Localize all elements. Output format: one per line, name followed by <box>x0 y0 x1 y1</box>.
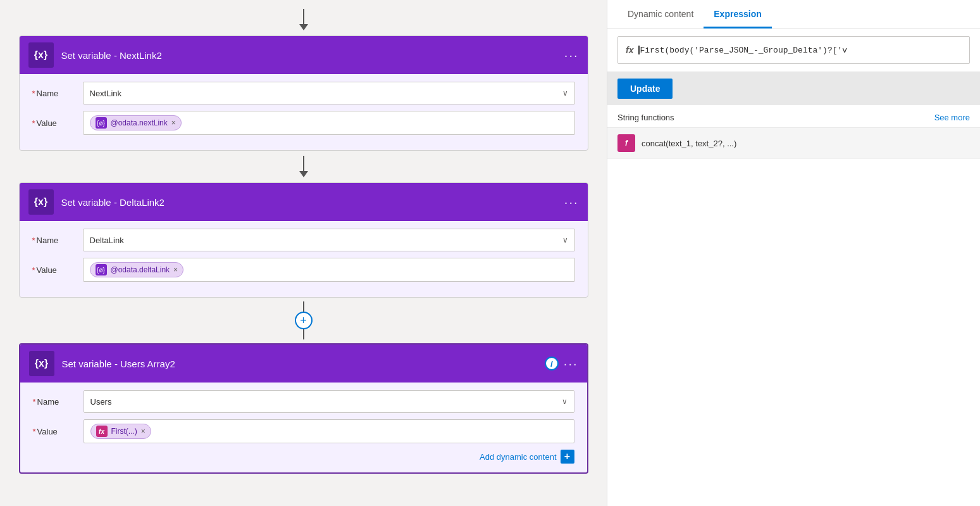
arrow-connector-1-2 <box>299 156 308 177</box>
card-body-usersarray2: *Name Users ∨ *Value fx First(...) × <box>20 383 587 472</box>
token-text-usersarray2: First(...) <box>111 427 137 436</box>
arrow-line <box>303 9 304 24</box>
card-actions-deltalink2: ··· <box>564 195 579 210</box>
variable-icon-deltalink2: {x} <box>28 189 54 215</box>
function-concat[interactable]: f concat(text_1, text_2?, ...) <box>607 128 980 159</box>
token-deltalink2: {ø} @odata.deltaLink × <box>90 262 184 277</box>
dropdown-arrow-deltalink2: ∨ <box>562 236 568 244</box>
canvas-area: {x} Set variable - NextLink2 ··· *Name N… <box>0 0 607 506</box>
right-panel: Dynamic content Expression fx First(body… <box>607 0 980 506</box>
tab-expression[interactable]: Expression <box>704 0 771 28</box>
card-nextlink2: {x} Set variable - NextLink2 ··· *Name N… <box>19 35 588 151</box>
dropdown-arrow-nextlink2: ∨ <box>562 89 568 98</box>
string-functions-section: String functions See more <box>607 105 980 128</box>
name-value-deltalink2: DeltaLink <box>90 236 124 245</box>
value-input-nextlink2[interactable]: {ø} @odata.nextLink × <box>83 111 575 135</box>
more-options-deltalink2[interactable]: ··· <box>564 195 579 210</box>
fx-icon-usersarray2: fx <box>96 426 108 437</box>
arrow-line-1 <box>303 156 304 171</box>
see-more-link[interactable]: See more <box>934 113 970 122</box>
token-close-nextlink2[interactable]: × <box>171 118 176 127</box>
token-text-nextlink2: @odata.nextLink <box>111 118 168 127</box>
required-star: * <box>32 118 35 128</box>
token-usersarray2: fx First(...) × <box>90 424 151 439</box>
card-header-nextlink2: {x} Set variable - NextLink2 ··· <box>20 36 588 74</box>
variable-icon-nextlink2: {x} <box>28 42 54 68</box>
token-nextlink2: {ø} @odata.nextLink × <box>90 115 182 130</box>
panel-tabs: Dynamic content Expression <box>607 0 980 28</box>
value-label-usersarray2: *Value <box>33 427 84 436</box>
card-deltalink2: {x} Set variable - DeltaLink2 ··· *Name … <box>19 182 588 298</box>
name-label-nextlink2: *Name <box>32 89 83 98</box>
token-close-usersarray2[interactable]: × <box>141 427 146 436</box>
add-dynamic-row: Add dynamic content + <box>33 450 574 464</box>
fx-label: fx <box>626 45 633 55</box>
value-label-nextlink2: *Value <box>32 118 83 128</box>
add-dynamic-plus-button[interactable]: + <box>561 450 574 464</box>
card-title-deltalink2: Set variable - DeltaLink2 <box>61 197 564 208</box>
top-arrow-connector <box>299 9 308 30</box>
required-star: * <box>32 265 35 275</box>
expression-input-row[interactable]: fx First(body('Parse_JSON_-_Group_Delta'… <box>617 36 970 64</box>
add-step-line-bottom <box>303 329 304 339</box>
more-options-usersarray2[interactable]: ··· <box>564 357 578 371</box>
value-field-row-deltalink2: *Value {ø} @odata.deltaLink × <box>32 258 575 282</box>
value-input-deltalink2[interactable]: {ø} @odata.deltaLink × <box>83 258 575 282</box>
name-value-nextlink2: NextLink <box>90 89 122 98</box>
string-functions-label: String functions <box>617 113 674 122</box>
token-icon-deltalink2: {ø} <box>96 264 107 275</box>
expression-text: First(body('Parse_JSON_-_Group_Delta')?[… <box>638 46 962 55</box>
update-button[interactable]: Update <box>617 79 673 99</box>
token-text-deltalink2: @odata.deltaLink <box>111 265 170 274</box>
required-star: * <box>33 427 36 436</box>
name-field-row-deltalink2: *Name DeltaLink ∨ <box>32 229 575 251</box>
name-value-usersarray2: Users <box>90 397 112 407</box>
add-dynamic-link[interactable]: Add dynamic content <box>480 452 556 462</box>
required-star: * <box>32 89 35 98</box>
name-label-deltalink2: *Name <box>32 236 83 245</box>
name-dropdown-deltalink2[interactable]: DeltaLink ∨ <box>83 229 575 251</box>
expression-value: First(body('Parse_JSON_-_Group_Delta')?[… <box>640 46 847 55</box>
arrow-head <box>299 24 308 30</box>
value-input-usersarray2[interactable]: fx First(...) × <box>84 419 574 443</box>
dropdown-arrow-usersarray2: ∨ <box>562 397 568 406</box>
function-icon-concat: f <box>617 134 635 152</box>
name-field-row-usersarray2: *Name Users ∨ <box>33 390 574 413</box>
info-icon-usersarray2[interactable]: i <box>545 357 559 370</box>
name-dropdown-nextlink2[interactable]: NextLink ∨ <box>83 82 575 104</box>
token-close-deltalink2[interactable]: × <box>173 265 178 274</box>
required-star: * <box>33 397 36 407</box>
card-title-usersarray2: Set variable - Users Array2 <box>62 358 545 369</box>
arrow-head-1 <box>299 171 308 177</box>
token-icon-nextlink2: {ø} <box>96 117 107 129</box>
name-label-usersarray2: *Name <box>33 397 84 407</box>
card-actions-nextlink2: ··· <box>564 48 579 63</box>
card-header-usersarray2: {x} Set variable - Users Array2 i ··· <box>20 345 587 383</box>
name-dropdown-usersarray2[interactable]: Users ∨ <box>84 390 574 413</box>
card-title-nextlink2: Set variable - NextLink2 <box>61 50 564 61</box>
add-step-connector: + <box>295 301 313 339</box>
function-name-concat: concat(text_1, text_2?, ...) <box>642 139 736 148</box>
expression-area: fx First(body('Parse_JSON_-_Group_Delta'… <box>607 28 980 72</box>
card-usersarray2: {x} Set variable - Users Array2 i ··· *N… <box>19 343 588 474</box>
card-header-deltalink2: {x} Set variable - DeltaLink2 ··· <box>20 183 588 221</box>
value-field-row-nextlink2: *Value {ø} @odata.nextLink × <box>32 111 575 135</box>
tab-dynamic-content[interactable]: Dynamic content <box>617 0 704 28</box>
variable-icon-usersarray2: {x} <box>29 351 54 376</box>
required-star: * <box>32 236 35 245</box>
add-step-line-top <box>303 301 304 312</box>
card-actions-usersarray2: i ··· <box>545 357 578 371</box>
value-field-row-usersarray2: *Value fx First(...) × <box>33 419 574 443</box>
card-body-deltalink2: *Name DeltaLink ∨ *Value {ø} @odata.delt… <box>20 221 588 297</box>
value-label-deltalink2: *Value <box>32 265 83 275</box>
add-step-button[interactable]: + <box>295 312 313 329</box>
update-btn-row: Update <box>607 72 980 105</box>
card-body-nextlink2: *Name NextLink ∨ *Value {ø} @odata.nextL… <box>20 74 588 150</box>
more-options-nextlink2[interactable]: ··· <box>564 48 579 63</box>
name-field-row-nextlink2: *Name NextLink ∨ <box>32 82 575 104</box>
